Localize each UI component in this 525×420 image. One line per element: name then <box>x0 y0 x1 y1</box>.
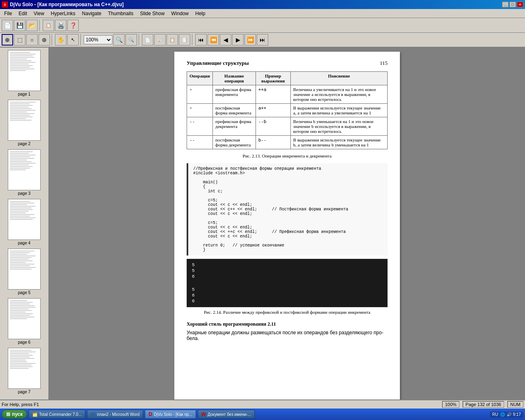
pan-tool[interactable]: ✋ <box>55 34 66 46</box>
status-page-info: Page 132 of 1036 <box>463 401 504 408</box>
thumbnail-page3[interactable]: page 3 <box>2 148 47 196</box>
start-button[interactable]: ⊞ пуск <box>2 410 27 419</box>
restore-button[interactable]: □ <box>509 2 516 7</box>
menu-thumbnails[interactable]: Thumbnails <box>105 10 137 17</box>
help-button[interactable]: ❓ <box>67 20 79 31</box>
thumb-label-page7: page 7 <box>18 390 31 394</box>
page-button[interactable]: 📋 <box>43 20 54 31</box>
freehand-select[interactable]: ⊛ <box>39 34 50 46</box>
cell-name1: префиксная форма инкремента <box>213 85 256 104</box>
title-bar-controls[interactable]: _ □ × <box>502 2 523 7</box>
open-button[interactable]: 📂 <box>26 20 38 31</box>
taskbar-djvu[interactable]: D DjVu Solo - [Как пр... <box>145 410 196 419</box>
djvu-label: DjVu Solo - [Как пр... <box>154 412 192 417</box>
menu-window[interactable]: Window <box>168 10 192 17</box>
rect-select[interactable]: ⬚ <box>14 34 25 46</box>
thumb-img-page1 <box>8 50 41 91</box>
last-page-button[interactable]: ⏭ <box>257 34 268 46</box>
menu-hyperlinks[interactable]: HyperLinks <box>48 10 79 17</box>
cursor-tool[interactable]: ↖ <box>67 34 79 46</box>
toolbar-separator2 <box>52 34 53 46</box>
menu-bar: File Edit View HyperLinks Navigate Thumb… <box>0 9 525 18</box>
good-style-header: Хороший стиль программирования 2.11 <box>187 321 388 327</box>
close-button[interactable]: × <box>517 2 523 7</box>
doc-icon: W <box>201 411 206 417</box>
new-button[interactable]: 📄 <box>2 20 13 31</box>
cell-op4: -- <box>187 136 213 149</box>
actual-size-button[interactable]: 📋 <box>167 34 178 46</box>
window-title: DjVu Solo - [Как программировать на С++.… <box>10 2 123 7</box>
cell-name4: постфиксная форма декремента <box>213 136 256 149</box>
document-page: Управляющие структуры 115 Операция Назва… <box>174 52 400 399</box>
menu-slideshow[interactable]: Slide Show <box>137 10 168 17</box>
status-bar: For Help, press F1 100% Page 132 of 1036… <box>0 399 525 409</box>
zoom-out-button[interactable]: 🔍 <box>126 34 137 46</box>
main-area: page 1 page 2 <box>0 48 525 399</box>
taskbar-doc[interactable]: W Документ без имени-... <box>198 410 255 419</box>
thumbnail-page7[interactable]: page 7 <box>2 347 47 395</box>
cell-op3: -- <box>187 117 213 136</box>
menu-file[interactable]: File <box>1 10 15 17</box>
toolbar-separator1 <box>39 20 41 31</box>
col-header-example: Пример выражения <box>256 72 290 85</box>
content-area: Управляющие структуры 115 Операция Назва… <box>49 48 525 399</box>
zoom-in-button[interactable]: 🔍 <box>113 34 125 46</box>
thumb-label-page4: page 4 <box>18 241 31 245</box>
first-page-button[interactable]: ⏮ <box>195 34 207 46</box>
thumb-img-page2 <box>8 100 41 141</box>
toolbar-separator5 <box>192 34 194 46</box>
table-row: -- постфиксная форма декремента b-- В вы… <box>187 136 388 149</box>
print-button[interactable]: 🖨️ <box>55 20 66 31</box>
select-tool[interactable]: ⊕ <box>2 34 13 46</box>
taskbar: ⊞ пуск 🗂️ Total Commander 7.0... W план2… <box>0 409 525 420</box>
start-icon: ⊞ <box>6 411 10 417</box>
speaker-icon: 🔊 <box>507 412 511 417</box>
figure-214-caption: Рис. 2.14. Различие между префиксной и п… <box>187 310 388 315</box>
circle-select[interactable]: ○ <box>26 34 38 46</box>
table-row: + префиксная форма инкремента ++a Величи… <box>187 85 388 104</box>
thumb-img-page3 <box>8 149 41 190</box>
toolbar2: ⊕ ⬚ ○ ⊛ ✋ ↖ 100% 50% 75% 125% 150% 200% … <box>0 33 525 48</box>
thumbnail-page2[interactable]: page 2 <box>2 99 47 147</box>
doc-label: Документ без имени-... <box>208 412 251 417</box>
next-page-button[interactable]: ▶ <box>232 34 244 46</box>
cell-op1: + <box>187 85 213 104</box>
prev-10-button[interactable]: ⏪ <box>208 34 219 46</box>
thumbnail-page5[interactable]: page 5 <box>2 248 47 296</box>
taskbar-word[interactable]: W план2 - Microsoft Word <box>87 410 143 419</box>
col-header-name: Название операции <box>213 72 256 85</box>
menu-navigate[interactable]: Navigate <box>79 10 105 17</box>
cell-note2: В выражении используется текущее значени… <box>290 104 387 117</box>
network-icon: 🌐 <box>500 412 505 417</box>
status-help-text: For Help, press F1 <box>2 402 442 407</box>
chapter-title: Управляющие структуры <box>187 60 249 66</box>
thumb-label-page5: page 5 <box>18 290 31 295</box>
next-10-button[interactable]: ⏩ <box>244 34 256 46</box>
operations-table: Операция Название операции Пример выраже… <box>187 71 388 149</box>
view-button[interactable]: 📑 <box>179 34 190 46</box>
thumbnail-page1[interactable]: page 1 <box>2 49 47 97</box>
word-icon: W <box>91 411 95 417</box>
thumbnail-page4[interactable]: page 4 <box>2 198 47 246</box>
status-num: NUM <box>507 401 523 408</box>
fit-page-button[interactable]: 📄 <box>142 34 153 46</box>
fit-width-button[interactable]: 📰 <box>154 34 166 46</box>
zoom-select[interactable]: 100% 50% 75% 125% 150% 200% <box>84 35 112 44</box>
menu-edit[interactable]: Edit <box>15 10 30 17</box>
prev-page-button[interactable]: ◀ <box>220 34 231 46</box>
thumbnail-page6[interactable]: page 6 <box>2 297 47 345</box>
cell-op2: + <box>187 104 213 117</box>
status-zoom: 100% <box>442 401 459 408</box>
menu-help[interactable]: Help <box>192 10 209 17</box>
menu-view[interactable]: View <box>30 10 48 17</box>
cell-name3: префиксная форма декремента <box>213 117 256 136</box>
taskbar-total-commander[interactable]: 🗂️ Total Commander 7.0... <box>29 410 85 419</box>
thumb-img-page6 <box>8 298 41 339</box>
status-right: 100% Page 132 of 1036 NUM <box>442 401 523 408</box>
cell-name2: постфиксная форма инкремента <box>213 104 256 117</box>
cell-note1: Величина a увеличивается на 1 и это ново… <box>290 85 387 104</box>
cell-expr4: b-- <box>256 136 290 149</box>
cell-expr1: ++a <box>256 85 290 104</box>
save-button[interactable]: 💾 <box>14 20 25 31</box>
minimize-button[interactable]: _ <box>502 2 509 7</box>
